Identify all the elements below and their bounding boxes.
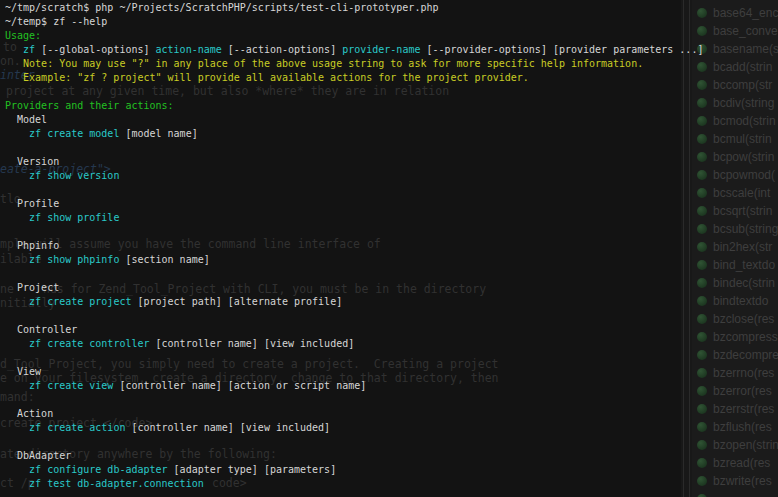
terminal-line bbox=[5, 435, 703, 449]
terminal-text-segment: zf show version bbox=[29, 170, 119, 181]
terminal-text-segment: zf create controller bbox=[29, 338, 149, 349]
terminal-line bbox=[5, 183, 703, 197]
terminal-text-segment: zf create view bbox=[29, 380, 113, 391]
terminal-text-segment: action-name bbox=[156, 44, 222, 55]
terminal-text-segment: Providers and their actions: bbox=[5, 100, 174, 111]
screen: base64_encbase_convebasename(sbcadd(stri… bbox=[0, 0, 778, 497]
terminal-line: View bbox=[5, 365, 703, 379]
terminal-text-segment: Model bbox=[5, 114, 47, 125]
terminal-text-segment: zf create project bbox=[29, 296, 131, 307]
terminal-text-segment: Project bbox=[5, 282, 59, 293]
terminal-text-segment: Profile bbox=[5, 198, 59, 209]
terminal-text-segment: [model name] bbox=[119, 128, 197, 139]
terminal-line bbox=[5, 309, 703, 323]
terminal-line: zf test db-adapter.connection bbox=[5, 477, 703, 491]
terminal-output: ~/tmp/scratch$ php ~/Projects/ScratchPHP… bbox=[5, 1, 703, 491]
terminal-line bbox=[5, 85, 703, 99]
terminal-line: Note: You may use "?" in any place of th… bbox=[5, 57, 703, 71]
terminal-text-segment: [controller name] [view included] bbox=[125, 422, 330, 433]
terminal-text-segment: [--global-options] bbox=[35, 44, 155, 55]
terminal-line: Action bbox=[5, 407, 703, 421]
terminal-line: zf show profile bbox=[5, 211, 703, 225]
terminal-line: Controller bbox=[5, 323, 703, 337]
terminal-text-segment bbox=[5, 338, 29, 349]
terminal-text-segment: zf test db-adapter.connection bbox=[29, 478, 204, 489]
terminal-text-segment: ~/temp$ zf --help bbox=[5, 16, 107, 27]
terminal-text-segment: zf show phpinfo bbox=[29, 254, 119, 265]
terminal-line: zf create view [controller name] [action… bbox=[5, 379, 703, 393]
terminal-text-segment bbox=[5, 44, 23, 55]
terminal-text-segment bbox=[5, 254, 29, 265]
terminal-line: zf create action [controller name] [view… bbox=[5, 421, 703, 435]
terminal-text-segment: Phpinfo bbox=[5, 240, 59, 251]
terminal-line: Example: "zf ? project" will provide all… bbox=[5, 71, 703, 85]
terminal-text-segment: Version bbox=[5, 156, 59, 167]
terminal-text-segment bbox=[5, 422, 29, 433]
terminal-line: zf create controller [controller name] [… bbox=[5, 337, 703, 351]
terminal-text-segment: Example: "zf ? project" will provide all… bbox=[5, 72, 529, 83]
terminal-text-segment bbox=[5, 380, 29, 391]
terminal-text-segment bbox=[5, 478, 29, 489]
terminal-line: Model bbox=[5, 113, 703, 127]
terminal-text-segment: zf show profile bbox=[29, 212, 119, 223]
terminal-text-segment: [section name] bbox=[119, 254, 209, 265]
terminal-text-segment: zf bbox=[23, 44, 35, 55]
terminal-line bbox=[5, 267, 703, 281]
terminal-text-segment: [--action-options] bbox=[222, 44, 342, 55]
terminal-text-segment: zf create model bbox=[29, 128, 119, 139]
terminal-text-segment: DbAdapter bbox=[5, 450, 71, 461]
terminal-line: Profile bbox=[5, 197, 703, 211]
terminal-line: Phpinfo bbox=[5, 239, 703, 253]
terminal-text-segment: [--provider-options] [provider parameter… bbox=[420, 44, 703, 55]
terminal-line: zf [--global-options] action-name [--act… bbox=[5, 43, 703, 57]
terminal-line: zf configure db-adapter [adapter type] [… bbox=[5, 463, 703, 477]
terminal-text-segment: Controller bbox=[5, 324, 77, 335]
terminal-line: ~/temp$ zf --help bbox=[5, 15, 703, 29]
terminal-text-segment: Usage: bbox=[5, 30, 41, 41]
terminal-text-segment: zf create action bbox=[29, 422, 125, 433]
terminal-text-segment bbox=[5, 296, 29, 307]
terminal-line: zf create model [model name] bbox=[5, 127, 703, 141]
terminal-text-segment: provider-name bbox=[342, 44, 420, 55]
terminal-line: Usage: bbox=[5, 29, 703, 43]
terminal-line: Project bbox=[5, 281, 703, 295]
terminal-line bbox=[5, 393, 703, 407]
terminal-text-segment: Note: You may use "?" in any place of th… bbox=[5, 58, 643, 69]
terminal-text-segment: [adapter type] [parameters] bbox=[168, 464, 337, 475]
terminal-text-segment bbox=[5, 170, 29, 181]
terminal-line: Version bbox=[5, 155, 703, 169]
terminal-line bbox=[5, 141, 703, 155]
terminal-text-segment: [controller name] [action or script name… bbox=[113, 380, 366, 391]
terminal-text-segment bbox=[5, 128, 29, 139]
terminal-line bbox=[5, 225, 703, 239]
terminal-line bbox=[5, 351, 703, 365]
terminal-line: DbAdapter bbox=[5, 449, 703, 463]
terminal-line: Providers and their actions: bbox=[5, 99, 703, 113]
terminal-text-segment: zf configure db-adapter bbox=[29, 464, 167, 475]
terminal-text-segment: ~/tmp/scratch$ php ~/Projects/ScratchPHP… bbox=[5, 2, 438, 13]
terminal-text-segment: [controller name] [view included] bbox=[150, 338, 355, 349]
terminal-text-segment bbox=[5, 212, 29, 223]
terminal-line: zf show version bbox=[5, 169, 703, 183]
terminal-line: zf show phpinfo [section name] bbox=[5, 253, 703, 267]
terminal-line: zf create project [project path] [altern… bbox=[5, 295, 703, 309]
terminal-text-segment bbox=[5, 464, 29, 475]
terminal-text-segment: Action bbox=[5, 408, 53, 419]
terminal-text-segment: [project path] [alternate profile] bbox=[131, 296, 342, 307]
terminal-line: ~/tmp/scratch$ php ~/Projects/ScratchPHP… bbox=[5, 1, 703, 15]
terminal-text-segment: View bbox=[5, 366, 41, 377]
